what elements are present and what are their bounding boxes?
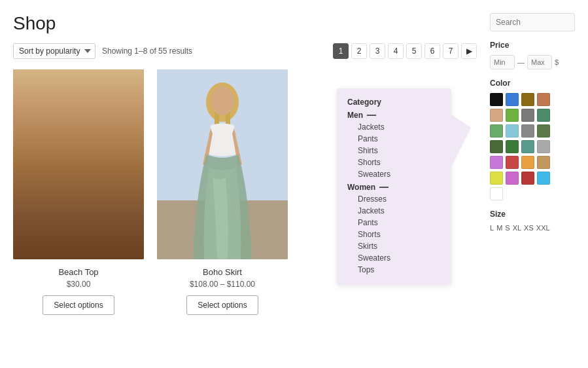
color-swatch-10[interactable] [521,124,534,138]
size-list: LMSXLXSXXL [490,224,575,232]
svg-point-6 [112,105,123,115]
color-swatch-20[interactable] [490,172,503,185]
category-women-dresses[interactable]: Dresses [347,193,441,205]
category-men-sweaters[interactable]: Sweaters [347,168,441,180]
color-swatch-23[interactable] [537,172,550,185]
svg-point-8 [77,109,90,118]
results-text: Showing 1–8 of 55 results [102,46,192,56]
product-image-boho-skirt [157,69,288,259]
color-swatch-24[interactable] [490,187,503,200]
price-dash: — [517,58,525,66]
price-section-title: Price [490,41,575,50]
svg-point-5 [39,107,50,117]
select-options-boho-skirt[interactable]: Select options [186,295,258,315]
color-swatch-8[interactable] [490,124,503,138]
sidebar-price-section: Price — $ [490,41,575,69]
category-men-shorts[interactable]: Shorts [347,156,441,168]
product-price-boho-skirt: $108.00 – $110.00 [157,280,288,289]
svg-rect-0 [13,69,144,259]
product-card-beach-top: Beach Top $30.00 Select options [13,69,144,315]
price-currency: $ [555,58,559,66]
color-swatch-5[interactable] [506,109,519,122]
color-swatch-19[interactable] [537,156,550,169]
svg-rect-9 [79,113,84,114]
color-swatch-6[interactable] [521,109,534,122]
svg-point-1 [60,86,97,132]
category-men-jackets[interactable]: Jackets [347,121,441,133]
color-swatch-18[interactable] [521,156,534,169]
men-dash-icon [367,115,376,116]
color-swatch-4[interactable] [490,109,503,122]
page-title: Shop [13,13,477,34]
size-tag-xs[interactable]: XS [524,224,534,232]
page-4-button[interactable]: 4 [388,43,404,59]
color-section-title: Color [490,79,575,88]
category-men-pants[interactable]: Pants [347,133,441,145]
svg-point-7 [67,109,80,119]
category-title: Category [347,98,441,107]
svg-rect-3 [60,105,65,145]
color-swatch-11[interactable] [537,124,550,138]
product-card-boho-skirt: Boho Skirt $108.00 – $110.00 Select opti… [157,69,288,315]
color-swatch-1[interactable] [506,93,519,106]
select-options-beach-top[interactable]: Select options [43,295,114,315]
category-men-shirts[interactable]: Shirts [347,145,441,156]
sidebar-size-section: Size LMSXLXSXXL [490,210,575,232]
color-swatch-grid [490,93,575,200]
product-price-beach-top: $30.00 [13,280,144,289]
category-women-sweaters[interactable]: Sweaters [347,252,441,264]
toolbar: Sort by popularity Showing 1–8 of 55 res… [13,43,477,59]
price-max-input[interactable] [527,55,552,69]
page-5-button[interactable]: 5 [406,43,422,59]
color-swatch-16[interactable] [490,156,503,169]
sidebar: Price — $ Color Size LMSXLXSXXL [490,13,575,315]
women-category-label[interactable]: Women [347,183,441,192]
category-women-shorts[interactable]: Shorts [347,229,441,240]
men-category-label[interactable]: Men [347,111,441,120]
search-input[interactable] [490,13,575,31]
page-3-button[interactable]: 3 [370,43,385,59]
page-1-button[interactable]: 1 [333,43,349,59]
page-next-button[interactable]: ▶ [461,43,477,59]
color-swatch-13[interactable] [506,140,519,153]
price-range: — $ [490,55,575,69]
page-7-button[interactable]: 7 [443,43,458,59]
women-dash-icon [379,187,389,188]
page-6-button[interactable]: 6 [424,43,440,59]
sidebar-color-section: Color [490,79,575,200]
color-swatch-14[interactable] [521,140,534,153]
product-name-beach-top: Beach Top [13,267,144,277]
size-tag-m[interactable]: M [496,224,502,232]
size-section-title: Size [490,210,575,219]
svg-rect-4 [92,105,97,141]
color-swatch-9[interactable] [506,124,519,138]
category-women-jackets[interactable]: Jackets [347,205,441,217]
color-swatch-15[interactable] [537,140,550,153]
size-tag-xl[interactable]: XL [513,224,521,232]
color-swatch-12[interactable] [490,140,503,153]
category-women-tops[interactable]: Tops [347,264,441,276]
size-tag-l[interactable]: L [490,224,494,232]
pagination: 1 2 3 4 5 6 7 ▶ [333,43,477,59]
color-swatch-2[interactable] [521,93,534,106]
color-swatch-3[interactable] [537,93,550,106]
size-tag-xxl[interactable]: XXL [536,224,550,232]
page-2-button[interactable]: 2 [351,43,367,59]
category-women-pants[interactable]: Pants [347,217,441,229]
color-swatch-17[interactable] [506,156,519,169]
color-swatch-21[interactable] [506,172,519,185]
men-category-items: JacketsPantsShirtsShortsSweaters [347,121,441,180]
size-tag-s[interactable]: S [505,224,510,232]
color-swatch-7[interactable] [537,109,550,122]
product-image-beach-top [13,69,144,259]
product-name-boho-skirt: Boho Skirt [157,267,288,277]
price-min-input[interactable] [490,55,515,69]
svg-point-2 [59,81,98,117]
women-category-items: DressesJacketsPantsShortsSkirtsSweatersT… [347,193,441,276]
category-dropdown: Category Men JacketsPantsShirtsShortsSwe… [337,88,451,285]
category-women-skirts[interactable]: Skirts [347,240,441,252]
sort-select[interactable]: Sort by popularity [13,43,95,59]
color-swatch-22[interactable] [521,172,534,185]
svg-point-15 [211,86,234,115]
color-swatch-0[interactable] [490,93,503,106]
